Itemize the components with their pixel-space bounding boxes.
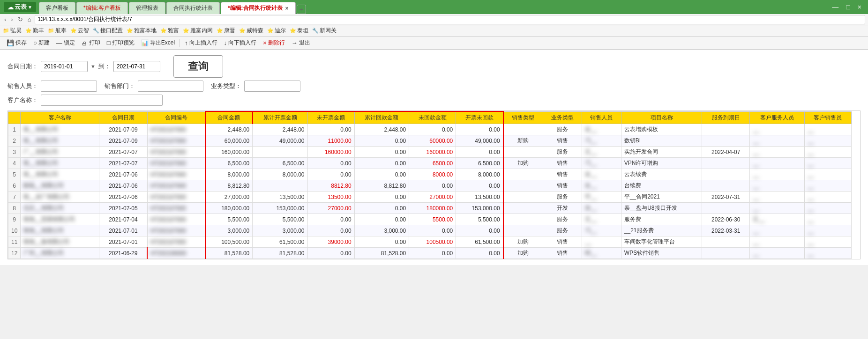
forward-button[interactable]: › — [9, 16, 14, 23]
bookmark-yafu-net[interactable]: ⭐ 雅富内网 — [183, 27, 213, 35]
tab-add-button[interactable]: + — [297, 5, 306, 14]
bookmark-deer[interactable]: ⭐ 迪尔 — [267, 27, 286, 35]
cell-customer: 珠__农厂有限公司 — [21, 192, 99, 203]
tab-customers[interactable]: 客户看板 — [39, 2, 75, 14]
col-service-date: 服务到期日 — [702, 111, 750, 124]
bookmark-yafu-local[interactable]: ⭐ 雅富本地 — [127, 27, 157, 35]
table-row[interactable]: 11珠海__备有限公司2021-07-01HT202107000100,500.… — [8, 236, 852, 248]
delete-row-button[interactable]: × 删除行 — [260, 38, 288, 48]
lock-button[interactable]: — 锁定 — [53, 38, 78, 48]
title-bar: ☁ 云表 ▼ 客户看板 *编辑:客户看板 管理报表 合同执行统计表 *编辑:合同… — [0, 0, 868, 14]
col-contract: 合同编号 — [147, 111, 205, 124]
star-icon: ⭐ — [25, 28, 32, 34]
save-button[interactable]: 💾 保存 — [4, 38, 30, 48]
filter-area-2: 销售人员： 销售部门： 业务类型： — [7, 81, 861, 92]
home-button[interactable]: ⌂ — [26, 16, 33, 23]
table-body: 1珠__有限公司2021-07-09HT2021070002,448.002,4… — [8, 124, 852, 259]
cell-customer: 珠__有限公司 — [21, 124, 99, 135]
address-input[interactable] — [35, 15, 865, 24]
col-project: 项目名称 — [621, 111, 702, 124]
folder-icon: 📁 — [3, 28, 9, 34]
tab-close-icon[interactable]: × — [285, 5, 289, 12]
cell-customer: 珠__有限公司 — [21, 169, 99, 180]
table-row[interactable]: 10珠海__有限公司2021-07-01HT2021070003,000.003… — [8, 225, 852, 236]
bookmark-interface[interactable]: 🔧 接口配置 — [93, 27, 123, 35]
dropdown-icon: ▼ — [90, 64, 96, 69]
table-row[interactable]: 8北京__有限公司2021-07-05HT202107000180,000.00… — [8, 203, 852, 214]
maximize-button[interactable]: □ — [843, 3, 853, 11]
star-icon: ⭐ — [160, 28, 167, 34]
table-row[interactable]: 9珠海__贸易有限公司2021-07-04HT2021070005,500.00… — [8, 214, 852, 225]
table-row[interactable]: 2珠__有限公司2021-07-09HT20210700060,000.0049… — [8, 135, 852, 147]
export-excel-button[interactable]: 📊 导出Excel — [138, 38, 178, 48]
cell-customer: 珠海__备有限公司 — [21, 236, 99, 248]
star-icon: ⭐ — [183, 28, 189, 34]
bookmark-kangjin[interactable]: ⭐ 康晋 — [217, 27, 235, 35]
col-sale-type: 销售类型 — [503, 111, 543, 124]
insert-below-button[interactable]: ↓ 向下插入行 — [221, 38, 260, 48]
print-button[interactable]: 🖨 打印 — [79, 38, 103, 48]
contract-date-label: 合同日期： — [7, 62, 38, 71]
filter-area-3: 客户名称： — [7, 95, 861, 106]
insert-below-icon: ↓ — [224, 39, 227, 46]
app-logo[interactable]: ☁ 云表 ▼ — [4, 2, 36, 12]
sales-person-input[interactable] — [41, 81, 97, 92]
bookmark-honghao[interactable]: 📁 弘昊 — [3, 27, 22, 35]
table-row[interactable]: 5珠__有限公司2021-07-06HT2021070008,000.008,0… — [8, 169, 852, 180]
customer-name-label: 客户名称： — [7, 96, 38, 104]
col-amount: 合同金额 — [205, 111, 253, 124]
bookmark-hangfeng[interactable]: 📁 航奉 — [48, 27, 67, 35]
new-button[interactable]: ○ 新建 — [30, 38, 52, 48]
filter-row-customer: 客户名称： — [7, 95, 163, 106]
table-row[interactable]: 7珠__农厂有限公司2021-07-06HT20210700027,000.00… — [8, 192, 852, 203]
tab-edit-customers[interactable]: *编辑:客户看板 — [76, 2, 128, 14]
print-preview-button[interactable]: □ 打印预览 — [104, 38, 137, 48]
biz-type-input[interactable] — [244, 81, 300, 92]
sales-person-label: 销售人员： — [7, 82, 38, 90]
col-invoiced: 累计开票金额 — [253, 111, 307, 124]
refresh-button[interactable]: ↻ — [16, 16, 24, 23]
tab-mgmt-report[interactable]: 管理报表 — [129, 2, 165, 14]
delete-icon: × — [263, 39, 267, 46]
close-button[interactable]: × — [855, 3, 864, 11]
filter-row-sales: 销售人员： 销售部门： 业务类型： — [7, 81, 300, 92]
col-salesperson: 销售人员 — [582, 111, 621, 124]
bookmark-gateway[interactable]: 🔧 新网关 — [312, 27, 337, 35]
bookmarks-bar: 📁 弘昊 ⭐ 勤丰 📁 航奉 ⭐ 云智 🔧 接口配置 ⭐ 雅富本地 ⭐ 雅富 ⭐… — [0, 25, 868, 37]
bookmark-taitan[interactable]: ⭐ 泰坦 — [290, 27, 308, 35]
star-icon: ⭐ — [127, 28, 133, 34]
biz-type-label: 业务类型： — [211, 82, 241, 90]
table-row[interactable]: 6航电__有限公司2021-07-06HT2021070008,812.8088… — [8, 180, 852, 192]
sales-dept-input[interactable] — [138, 81, 203, 92]
table-row[interactable]: 12广州__有限公司2021-06-29HT20210600081,528.00… — [8, 248, 852, 259]
tab-edit-contract-stats[interactable]: *编辑:合同执行统计表 × — [221, 2, 296, 14]
main-content: 合同日期： ▼ 到： 查询 销售人员： 销售部门： 业务类型： 客户名称： — [0, 50, 868, 265]
bookmark-weitesen[interactable]: ⭐ 威特森 — [239, 27, 263, 35]
table-row[interactable]: 4珠__有限公司2021-07-07HT2021070006,500.006,5… — [8, 158, 852, 169]
query-button[interactable]: 查询 — [173, 55, 223, 78]
save-icon: 💾 — [7, 39, 14, 46]
minimize-button[interactable]: — — [829, 3, 841, 11]
insert-above-button[interactable]: ↑ 向上插入行 — [182, 38, 220, 48]
table-row[interactable]: 1珠__有限公司2021-07-09HT2021070002,448.002,4… — [8, 124, 852, 135]
toolbar-separator — [180, 39, 180, 47]
exit-button[interactable]: → 退出 — [289, 38, 313, 48]
exit-icon: → — [292, 39, 298, 46]
new-icon: ○ — [33, 39, 37, 46]
col-uninvoiced: 未开票金额 — [307, 111, 354, 124]
back-button[interactable]: ‹ — [3, 16, 7, 23]
contract-date-to[interactable] — [113, 61, 160, 72]
col-sale-person2: 客户销售员 — [804, 111, 851, 124]
bookmark-qinfeng[interactable]: ⭐ 勤丰 — [25, 27, 44, 35]
customer-name-input[interactable] — [41, 95, 163, 106]
star-icon: ⭐ — [70, 28, 77, 34]
tab-contract-stats[interactable]: 合同执行统计表 — [166, 2, 220, 14]
bookmark-yafu[interactable]: ⭐ 雅富 — [160, 27, 179, 35]
bookmark-yunzhi[interactable]: ⭐ 云智 — [70, 27, 89, 35]
table-row[interactable]: 3广__有限公司2021-07-07HT202107000160,000.001… — [8, 147, 852, 158]
print-icon: 🖨 — [82, 39, 88, 46]
tab-bar: 客户看板 *编辑:客户看板 管理报表 合同执行统计表 *编辑:合同执行统计表 ×… — [39, 0, 828, 14]
contract-date-from[interactable] — [41, 61, 88, 72]
col-num — [8, 111, 21, 124]
col-received: 累计回款金额 — [354, 111, 409, 124]
